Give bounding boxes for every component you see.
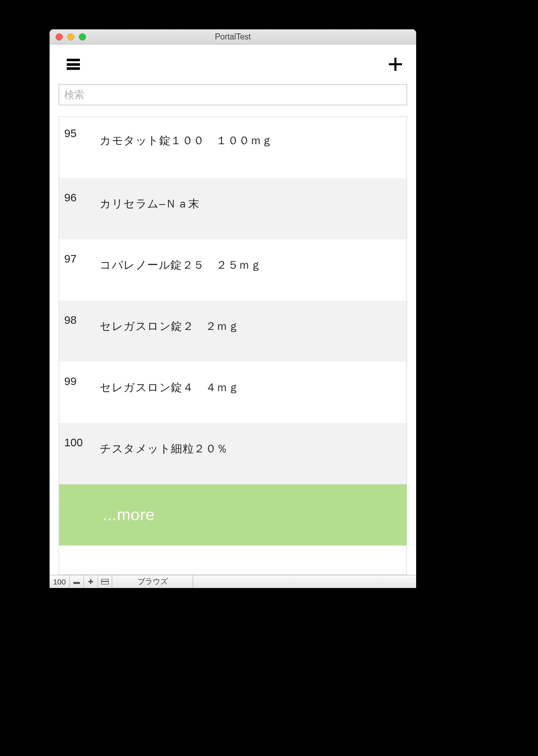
load-more-button[interactable]: ...more — [59, 484, 407, 545]
minus-icon: ▬ — [73, 578, 80, 585]
list-item[interactable]: 96 カリセラム–Ｎａ末 — [59, 178, 407, 239]
content-area: 95 カモタット錠１００ １００ｍｇ 96 カリセラム–Ｎａ末 97 コバレノー… — [50, 45, 416, 575]
row-name: コバレノール錠２５ ２５ｍｇ — [100, 239, 401, 273]
statusbar-spacer — [193, 575, 416, 588]
search-container — [50, 84, 416, 116]
row-name: セレガスロン錠２ ２ｍｇ — [100, 301, 401, 334]
toolbar — [50, 45, 416, 84]
titlebar: PortalTest — [50, 29, 416, 45]
statusbar: 100 ▬ ✚ ブラウズ — [50, 575, 416, 588]
app-window: PortalTest 95 カモタット錠１００ １００ｍｇ 96 カリセラム–Ｎ… — [50, 29, 416, 588]
layout-button[interactable] — [98, 575, 112, 588]
row-index: 95 — [64, 117, 100, 140]
minimize-icon[interactable] — [67, 33, 74, 40]
zoom-out-button[interactable]: ▬ — [70, 575, 84, 588]
row-index: 97 — [64, 239, 100, 266]
zoom-in-button[interactable]: ✚ — [84, 575, 98, 588]
hamburger-icon[interactable] — [67, 59, 80, 70]
row-index: 98 — [64, 301, 100, 327]
list-item[interactable]: 99 セレガスロン錠４ ４ｍｇ — [59, 362, 407, 423]
search-input[interactable] — [59, 84, 407, 105]
row-name: チスタメット細粒２０％ — [100, 423, 401, 456]
close-icon[interactable] — [56, 33, 63, 40]
layout-icon — [101, 579, 109, 584]
mode-selector[interactable]: ブラウズ — [112, 575, 193, 588]
record-count: 100 — [50, 575, 70, 588]
zoom-icon[interactable] — [79, 33, 86, 40]
list-item[interactable]: 100 チスタメット細粒２０％ — [59, 423, 407, 484]
row-name: セレガスロン錠４ ４ｍｇ — [100, 362, 401, 395]
traffic-lights — [50, 33, 86, 40]
mode-label: ブラウズ — [138, 577, 168, 586]
list-item[interactable]: 97 コバレノール錠２５ ２５ｍｇ — [59, 239, 407, 301]
row-name: カモタット錠１００ １００ｍｇ — [100, 117, 401, 148]
row-index: 100 — [64, 423, 100, 449]
row-name: カリセラム–Ｎａ末 — [100, 178, 401, 212]
row-index: 96 — [64, 178, 100, 204]
list-item[interactable]: 98 セレガスロン錠２ ２ｍｇ — [59, 301, 407, 362]
row-index: 99 — [64, 362, 100, 388]
list-item[interactable]: 95 カモタット錠１００ １００ｍｇ — [59, 117, 407, 178]
plus-icon[interactable] — [389, 58, 402, 71]
plus-small-icon: ✚ — [88, 578, 94, 585]
result-list: 95 カモタット錠１００ １００ｍｇ 96 カリセラム–Ｎａ末 97 コバレノー… — [59, 116, 407, 575]
more-label: ...more — [103, 506, 155, 524]
window-title: PortalTest — [50, 32, 416, 41]
